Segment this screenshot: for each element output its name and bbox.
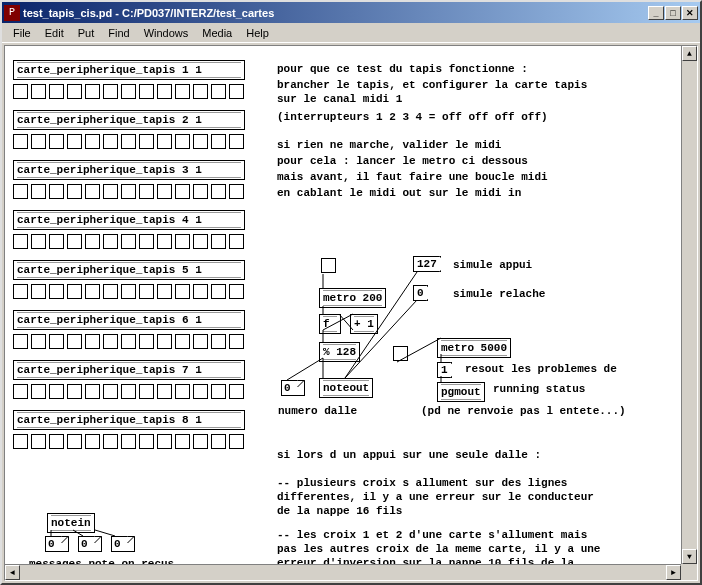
toggle-6-4[interactable]	[67, 334, 82, 349]
toggle-3-9[interactable]	[157, 184, 172, 199]
toggle-4-9[interactable]	[157, 234, 172, 249]
toggle-2-2[interactable]	[31, 134, 46, 149]
maximize-button[interactable]: □	[665, 6, 681, 20]
toggle-8-2[interactable]	[31, 434, 46, 449]
obj-carte-4[interactable]: carte_peripherique_tapis 4 1	[13, 210, 245, 230]
toggle-1-6[interactable]	[103, 84, 118, 99]
toggle-5-6[interactable]	[103, 284, 118, 299]
toggle-6-3[interactable]	[49, 334, 64, 349]
obj-carte-3[interactable]: carte_peripherique_tapis 3 1	[13, 160, 245, 180]
toggle-5-1[interactable]	[13, 284, 28, 299]
toggle-2-4[interactable]	[67, 134, 82, 149]
toggle-5-7[interactable]	[121, 284, 136, 299]
toggle-7-6[interactable]	[103, 384, 118, 399]
scroll-down-icon[interactable]: ▼	[682, 549, 697, 564]
toggle-6-1[interactable]	[13, 334, 28, 349]
toggle-8-9[interactable]	[157, 434, 172, 449]
obj-metro5000[interactable]: metro 5000	[437, 338, 511, 358]
scroll-up-icon[interactable]: ▲	[682, 46, 697, 61]
toggle-3-10[interactable]	[175, 184, 190, 199]
toggle-1-2[interactable]	[31, 84, 46, 99]
toggle-5-2[interactable]	[31, 284, 46, 299]
close-button[interactable]: ✕	[682, 6, 698, 20]
toggle-7-8[interactable]	[139, 384, 154, 399]
toggle-7-5[interactable]	[85, 384, 100, 399]
toggle-4-13[interactable]	[229, 234, 244, 249]
toggle-7-7[interactable]	[121, 384, 136, 399]
toggle-4-12[interactable]	[211, 234, 226, 249]
toggle-5-4[interactable]	[67, 284, 82, 299]
toggle-6-12[interactable]	[211, 334, 226, 349]
toggle-1-11[interactable]	[193, 84, 208, 99]
toggle-8-8[interactable]	[139, 434, 154, 449]
toggle-7-10[interactable]	[175, 384, 190, 399]
scroll-right-icon[interactable]: ►	[666, 565, 681, 580]
toggle-4-1[interactable]	[13, 234, 28, 249]
canvas-area[interactable]: carte_peripherique_tapis 1 1carte_periph…	[4, 45, 698, 581]
toggle-5-8[interactable]	[139, 284, 154, 299]
toggle-8-5[interactable]	[85, 434, 100, 449]
toggle-4-6[interactable]	[103, 234, 118, 249]
toggle-2-8[interactable]	[139, 134, 154, 149]
toggle-1-10[interactable]	[175, 84, 190, 99]
menu-windows[interactable]: Windows	[137, 25, 196, 41]
toggle-3-2[interactable]	[31, 184, 46, 199]
toggle-4-2[interactable]	[31, 234, 46, 249]
menu-edit[interactable]: Edit	[38, 25, 71, 41]
toggle-5-9[interactable]	[157, 284, 172, 299]
toggle-1-13[interactable]	[229, 84, 244, 99]
toggle-5-10[interactable]	[175, 284, 190, 299]
toggle-1-1[interactable]	[13, 84, 28, 99]
toggle-1-8[interactable]	[139, 84, 154, 99]
msg-127[interactable]: 127	[413, 256, 441, 272]
toggle-7-9[interactable]	[157, 384, 172, 399]
toggle-6-7[interactable]	[121, 334, 136, 349]
toggle-5-12[interactable]	[211, 284, 226, 299]
obj-plus1[interactable]: + 1	[350, 314, 378, 334]
toggle-metro200[interactable]	[321, 258, 336, 273]
toggle-2-5[interactable]	[85, 134, 100, 149]
toggle-4-7[interactable]	[121, 234, 136, 249]
toggle-4-8[interactable]	[139, 234, 154, 249]
toggle-8-3[interactable]	[49, 434, 64, 449]
toggle-2-9[interactable]	[157, 134, 172, 149]
toggle-3-8[interactable]	[139, 184, 154, 199]
toggle-3-3[interactable]	[49, 184, 64, 199]
msg-1[interactable]: 1	[437, 362, 452, 378]
toggle-2-10[interactable]	[175, 134, 190, 149]
minimize-button[interactable]: _	[648, 6, 664, 20]
toggle-2-12[interactable]	[211, 134, 226, 149]
toggle-6-9[interactable]	[157, 334, 172, 349]
toggle-8-6[interactable]	[103, 434, 118, 449]
obj-noteout[interactable]: noteout	[319, 378, 373, 398]
toggle-2-11[interactable]	[193, 134, 208, 149]
toggle-1-5[interactable]	[85, 84, 100, 99]
toggle-8-4[interactable]	[67, 434, 82, 449]
toggle-6-6[interactable]	[103, 334, 118, 349]
toggle-3-5[interactable]	[85, 184, 100, 199]
toggle-8-1[interactable]	[13, 434, 28, 449]
menu-file[interactable]: File	[6, 25, 38, 41]
scroll-left-icon[interactable]: ◄	[5, 565, 20, 580]
toggle-5-11[interactable]	[193, 284, 208, 299]
numbox-notein-1[interactable]: 0	[78, 536, 102, 552]
toggle-4-5[interactable]	[85, 234, 100, 249]
toggle-7-1[interactable]	[13, 384, 28, 399]
toggle-8-13[interactable]	[229, 434, 244, 449]
toggle-3-4[interactable]	[67, 184, 82, 199]
obj-carte-1[interactable]: carte_peripherique_tapis 1 1	[13, 60, 245, 80]
toggle-metro5000[interactable]	[393, 346, 408, 361]
toggle-4-11[interactable]	[193, 234, 208, 249]
obj-carte-2[interactable]: carte_peripherique_tapis 2 1	[13, 110, 245, 130]
toggle-8-11[interactable]	[193, 434, 208, 449]
toggle-3-6[interactable]	[103, 184, 118, 199]
toggle-2-6[interactable]	[103, 134, 118, 149]
numbox-notein-0[interactable]: 0	[45, 536, 69, 552]
obj-f[interactable]: f	[319, 314, 341, 334]
toggle-2-3[interactable]	[49, 134, 64, 149]
obj-carte-6[interactable]: carte_peripherique_tapis 6 1	[13, 310, 245, 330]
toggle-2-1[interactable]	[13, 134, 28, 149]
menu-help[interactable]: Help	[239, 25, 276, 41]
toggle-2-13[interactable]	[229, 134, 244, 149]
toggle-1-7[interactable]	[121, 84, 136, 99]
